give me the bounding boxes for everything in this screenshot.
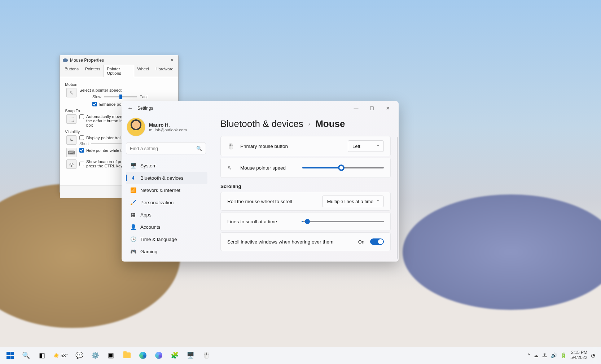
- nav-icon: 🕒: [130, 236, 136, 242]
- search-button[interactable]: 🔍: [19, 348, 33, 363]
- back-button[interactable]: ←: [124, 102, 136, 114]
- weather-widget[interactable]: ☀️58°: [51, 353, 71, 358]
- tray-onedrive-icon[interactable]: ☁: [534, 352, 539, 358]
- tab-pointer-options[interactable]: Pointer Options: [104, 65, 134, 77]
- settings-sidebar: Mauro H. m_lab@outlook.com 🔍 🖥️SystemBlu…: [122, 115, 210, 262]
- primary-button-row: 🖱️ Primary mouse button Left: [220, 136, 391, 156]
- sidebar-item-personalization[interactable]: 🖌️Personalization: [126, 196, 207, 209]
- tray-volume-icon[interactable]: 🔊: [551, 352, 557, 358]
- taskbar-icon-terminal[interactable]: ▣: [104, 348, 118, 363]
- pointer-speed-label: Select a pointer speed:: [79, 88, 173, 92]
- mouse-props-title: Mouse Properties: [70, 58, 104, 63]
- nav-icon: ▦: [130, 212, 136, 218]
- search-icon: 🔍: [196, 146, 202, 151]
- bluetooth-icon: [130, 175, 136, 181]
- settings-window: ← Settings ― ☐ ✕ Mauro H. m_lab@outlook.…: [122, 101, 399, 262]
- notifications-icon[interactable]: ◔: [591, 352, 595, 358]
- sidebar-item-label: Apps: [140, 212, 152, 218]
- sidebar-item-accounts[interactable]: 👤Accounts: [126, 221, 207, 233]
- pointer-trails-icon: ⤷: [66, 135, 76, 145]
- mouse-icon: [63, 58, 68, 62]
- snapto-icon: ⬚: [66, 114, 76, 124]
- mouse-props-titlebar[interactable]: Mouse Properties ✕: [60, 55, 178, 65]
- sidebar-item-apps[interactable]: ▦Apps: [126, 209, 207, 221]
- sidebar-item-label: Bluetooth & devices: [140, 175, 183, 181]
- nav-icon: 🎮: [130, 249, 136, 254]
- pointer-speed-slider[interactable]: Slow Fast: [92, 95, 173, 99]
- roll-wheel-select[interactable]: Multiple lines at a time: [322, 196, 384, 207]
- sidebar-item-label: Network & internet: [140, 188, 180, 193]
- minimize-button[interactable]: ―: [348, 102, 364, 114]
- motion-group-label: Motion: [65, 82, 173, 87]
- close-button[interactable]: ✕: [380, 102, 396, 114]
- pointer-speed-slider[interactable]: [302, 164, 384, 171]
- task-view-button[interactable]: ◧: [35, 348, 49, 363]
- taskbar-icon-app2[interactable]: 🖥️: [183, 348, 198, 363]
- taskbar-icon-chat[interactable]: 💬: [72, 348, 87, 363]
- breadcrumb-parent[interactable]: Bluetooth & devices: [220, 118, 303, 130]
- primary-button-select[interactable]: Left: [348, 140, 384, 152]
- breadcrumb-current: Mouse: [315, 118, 345, 130]
- sidebar-item-label: Personalization: [140, 200, 174, 205]
- scroll-inactive-toggle[interactable]: [370, 238, 384, 245]
- mouse-icon: 🖱️: [227, 143, 234, 150]
- scrollbar[interactable]: [397, 137, 398, 259]
- taskbar-icon-explorer[interactable]: [120, 348, 134, 363]
- start-button[interactable]: [3, 348, 17, 363]
- scrolling-section-title: Scrolling: [220, 184, 391, 189]
- show-location-icon: ◎: [66, 159, 76, 169]
- settings-title: Settings: [137, 106, 153, 111]
- pointer-trails-slider[interactable]: [91, 143, 122, 144]
- sidebar-item-label: Accounts: [140, 224, 161, 230]
- hide-typing-icon: ⌨: [66, 148, 76, 157]
- tray-chevron-icon[interactable]: ^: [528, 352, 530, 358]
- nav-icon: 👤: [130, 224, 136, 230]
- lines-scroll-slider[interactable]: [302, 218, 384, 225]
- lines-scroll-row: Lines to scroll at a time: [220, 212, 391, 231]
- tab-wheel[interactable]: Wheel: [134, 65, 153, 77]
- cursor-icon: ↖: [227, 165, 234, 171]
- taskbar-icon-app1[interactable]: 🧩: [167, 348, 182, 363]
- scroll-inactive-row: Scroll inactive windows when hovering ov…: [220, 232, 391, 251]
- chevron-right-icon: ›: [308, 121, 310, 127]
- pointer-trails-checkbox[interactable]: Display pointer trails: [79, 135, 124, 140]
- pointer-speed-row: ↖ Mouse pointer speed: [220, 158, 391, 178]
- sidebar-item-label: Time & language: [140, 237, 177, 242]
- user-profile[interactable]: Mauro H. m_lab@outlook.com: [126, 117, 207, 141]
- settings-titlebar[interactable]: ← Settings ― ☐ ✕: [122, 101, 399, 115]
- search-input[interactable]: 🔍: [126, 142, 206, 154]
- taskbar-icon-edge[interactable]: [136, 348, 150, 363]
- nav-icon: 📶: [130, 187, 136, 193]
- tray-network-icon[interactable]: 🖧: [542, 352, 547, 358]
- tab-pointers[interactable]: Pointers: [82, 65, 104, 77]
- taskbar-icon-mouse[interactable]: 🖱️: [199, 348, 214, 363]
- clock[interactable]: 2:15 PM 5/4/2022: [570, 350, 587, 360]
- taskbar-icon-edge-canary[interactable]: [152, 348, 166, 363]
- sidebar-item-label: Gaming: [140, 249, 157, 254]
- user-email: m_lab@outlook.com: [149, 128, 187, 132]
- nav-icon: 🖥️: [130, 163, 136, 168]
- nav-icon: 🖌️: [130, 199, 136, 205]
- taskbar: 🔍 ◧ ☀️58° 💬 ⚙️ ▣ 🧩 🖥️ 🖱️ ^ ☁ 🖧 🔊 🔋 2:15 …: [0, 347, 601, 364]
- settings-main: Bluetooth & devices › Mouse 🖱️ Primary m…: [210, 115, 399, 262]
- sidebar-item-system[interactable]: 🖥️System: [126, 159, 207, 172]
- sidebar-item-label: System: [140, 163, 157, 168]
- tab-hardware[interactable]: Hardware: [152, 65, 177, 77]
- sidebar-item-network-internet[interactable]: 📶Network & internet: [126, 184, 207, 196]
- breadcrumb: Bluetooth & devices › Mouse: [220, 118, 391, 136]
- tray-battery-icon[interactable]: 🔋: [561, 352, 567, 358]
- maximize-button[interactable]: ☐: [364, 102, 380, 114]
- sidebar-item-bluetooth-devices[interactable]: Bluetooth & devices: [126, 172, 207, 184]
- close-icon[interactable]: ✕: [169, 57, 175, 63]
- sidebar-item-time-language[interactable]: 🕒Time & language: [126, 233, 207, 245]
- taskbar-icon-settings[interactable]: ⚙️: [88, 348, 102, 363]
- roll-wheel-row: Roll the mouse wheel to scroll Multiple …: [220, 192, 391, 211]
- avatar: [127, 118, 145, 136]
- sidebar-item-gaming[interactable]: 🎮Gaming: [126, 245, 207, 258]
- user-name: Mauro H.: [149, 122, 187, 128]
- mouse-props-tabs: Buttons Pointers Pointer Options Wheel H…: [60, 65, 178, 77]
- tab-buttons[interactable]: Buttons: [61, 65, 82, 77]
- pointer-speed-icon: ↖: [66, 88, 76, 97]
- toggle-state-label: On: [358, 239, 364, 245]
